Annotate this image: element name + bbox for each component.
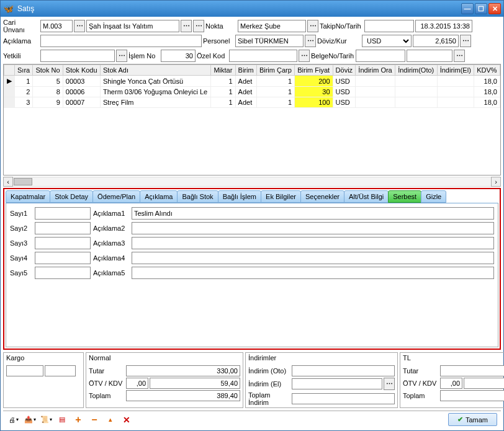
grid-header[interactable]: Stok Kodu	[63, 65, 100, 76]
grid-header[interactable]: Miktar	[211, 65, 235, 76]
table-row[interactable]: 3900007Streç Film1Adet1100USD18,0	[4, 97, 500, 108]
sayi-label: Sayı4	[10, 254, 32, 262]
cari-name-input[interactable]	[86, 20, 179, 32]
grid-header[interactable]: Sıra	[15, 65, 33, 76]
tab-demeplan[interactable]: Ödeme/Plan	[92, 190, 140, 203]
kur-lookup[interactable]: ⋯	[460, 35, 471, 47]
islem-no-input[interactable]	[161, 50, 196, 62]
kargo-input1[interactable]	[6, 365, 43, 376]
history-button[interactable]: 📜▾	[39, 413, 53, 427]
scroll-left-icon[interactable]: ‹	[3, 177, 13, 187]
belge-tarih-input[interactable]	[407, 50, 452, 62]
sayi3-input[interactable]	[35, 237, 91, 249]
edit-button[interactable]: ▴	[104, 413, 117, 427]
tab-serbest[interactable]: Serbest	[388, 190, 421, 203]
grid-header[interactable]: İndirim(Oto)	[395, 65, 438, 76]
grid-header[interactable]: İndirim(El)	[437, 65, 474, 76]
belge-label: BelgeNo/Tarih	[311, 52, 354, 60]
yetkili-label: Yetkili	[3, 52, 39, 60]
ozel-kod-lookup[interactable]: ⋯	[299, 50, 310, 62]
aciklama2-input[interactable]	[132, 222, 494, 234]
kur-input[interactable]	[413, 35, 459, 47]
normal-toplam[interactable]	[126, 390, 240, 401]
tl-tutar[interactable]	[440, 365, 504, 376]
table-row[interactable]: ▶1500003Shingle Yonca Çatı Örtüsü1Adet12…	[4, 76, 500, 87]
takip-tarih-input[interactable]	[415, 20, 472, 32]
tl-otv1[interactable]	[440, 378, 462, 389]
tab-balstok[interactable]: Bağlı Stok	[177, 190, 218, 203]
indirim-oto[interactable]	[292, 365, 395, 376]
aciklama4-input[interactable]	[132, 252, 494, 264]
tl-otv2[interactable]	[464, 378, 504, 389]
grid-header[interactable]: Birim Fiyat	[295, 65, 333, 76]
remove-button[interactable]: −	[88, 413, 101, 427]
yetkili-lookup[interactable]: ⋯	[116, 50, 127, 62]
takip-no-input[interactable]	[364, 20, 414, 32]
grid-header[interactable]: KDV%	[474, 65, 500, 76]
personel-label: Personel	[203, 37, 234, 45]
sayi1-input[interactable]	[35, 207, 91, 220]
scroll-right-icon[interactable]: ›	[491, 177, 501, 187]
cari-unvani-label: Cari Ünvanı	[3, 19, 39, 33]
delete-button[interactable]: ✕	[120, 413, 133, 427]
normal-otv2[interactable]	[150, 378, 240, 389]
sayi-label: Sayı5	[10, 269, 32, 277]
yetkili-input[interactable]	[40, 50, 115, 62]
kargo-title: Kargo	[6, 354, 81, 364]
sayi5-input[interactable]	[35, 267, 91, 279]
grid-header[interactable]: Stok Adı	[101, 65, 211, 76]
tab-balilem[interactable]: Bağlı İşlem	[218, 190, 261, 203]
table-row[interactable]: 2800006Therm 03/06 Yoğuşma Önleyici Le1A…	[4, 87, 500, 97]
doviz-select[interactable]: USD	[362, 35, 412, 47]
grid-header[interactable]: İndirim Ora	[356, 65, 395, 76]
sayi2-input[interactable]	[35, 222, 91, 234]
ozel-kod-input[interactable]	[229, 50, 297, 62]
maximize-button[interactable]: ☐	[475, 3, 487, 14]
indirim-el[interactable]	[292, 378, 382, 389]
normal-otv1[interactable]	[126, 378, 148, 389]
aciklama3-input[interactable]	[132, 237, 494, 249]
aciklama1-input[interactable]	[132, 207, 494, 220]
tl-toplam[interactable]	[440, 390, 504, 401]
personel-lookup[interactable]: ⋯	[305, 35, 316, 47]
tab-ekbilgiler[interactable]: Ek Bilgiler	[261, 190, 301, 203]
minimize-button[interactable]: —	[461, 3, 474, 14]
indirim-el-lookup[interactable]: ⋯	[384, 378, 395, 390]
grid-header[interactable]: Birim Çarp	[256, 65, 294, 76]
sayi-label: Sayı3	[10, 239, 32, 247]
aciklama-input[interactable]	[40, 35, 202, 47]
add-button[interactable]: +	[71, 413, 85, 427]
nokta-lookup[interactable]: ⋯	[307, 20, 318, 32]
cari-name-lookup2[interactable]: ⋯	[193, 20, 204, 32]
personel-input[interactable]	[235, 35, 304, 47]
check-icon: ✔	[457, 415, 463, 424]
normal-tutar[interactable]	[126, 365, 240, 376]
tab-stokdetay[interactable]: Stok Detay	[50, 190, 93, 203]
aciklama5-input[interactable]	[132, 267, 494, 279]
tab-aklama[interactable]: Açıklama	[140, 190, 178, 203]
tab-serbest-body: Sayı1Açıklama1Sayı2Açıklama2Sayı3Açıklam…	[6, 203, 498, 347]
list-button[interactable]: ▤	[55, 413, 69, 427]
cari-code-lookup[interactable]: ⋯	[74, 20, 85, 32]
tab-altstbilgi[interactable]: Alt/Üst Bilgi	[344, 190, 389, 203]
grid-header[interactable]: Döviz	[333, 65, 356, 76]
tab-seenekler[interactable]: Seçenekler	[300, 190, 344, 203]
tab-gizle[interactable]: Gizle	[421, 190, 446, 203]
kargo-input2[interactable]	[45, 365, 76, 376]
export-button[interactable]: 📤▾	[23, 413, 37, 427]
belge-no-input[interactable]	[356, 50, 405, 62]
cari-name-lookup[interactable]: ⋯	[181, 20, 192, 32]
belge-tarih-lookup[interactable]: ⋯	[454, 50, 465, 62]
sayi4-input[interactable]	[35, 252, 91, 264]
grid-header[interactable]: Stok No	[33, 65, 63, 76]
tab-kapatmalar[interactable]: Kapatmalar	[6, 190, 50, 203]
print-button[interactable]: 🖨▾	[7, 413, 20, 427]
cari-code-input[interactable]	[40, 20, 73, 32]
ok-button[interactable]: ✔Tamam	[448, 413, 497, 426]
close-button[interactable]: ✕	[488, 3, 501, 14]
grid-hscroll[interactable]: ‹ ›	[3, 177, 501, 187]
indirim-top[interactable]	[292, 393, 395, 404]
stock-grid[interactable]: SıraStok NoStok KoduStok AdıMiktarBirimB…	[3, 64, 501, 176]
nokta-input[interactable]	[238, 20, 306, 32]
grid-header[interactable]: Birim	[235, 65, 256, 76]
